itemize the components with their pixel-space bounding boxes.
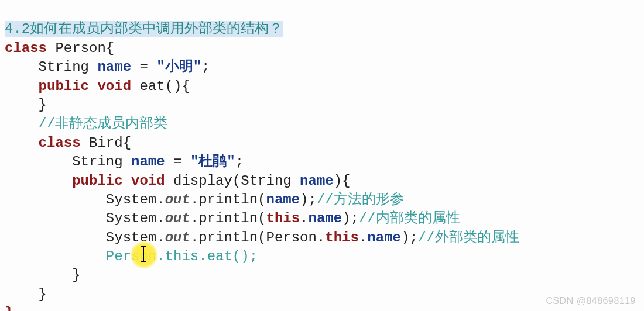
system-out: out <box>165 210 190 226</box>
keyword-public-void: public void <box>72 173 173 189</box>
system-out: out <box>165 192 190 208</box>
string-literal: "杜鹃" <box>190 154 235 170</box>
keyword-this: this <box>325 230 359 246</box>
comment-call: Person.this.eat(); <box>106 248 258 264</box>
comment: //内部类的属性 <box>359 210 460 226</box>
comment: //外部类的属性 <box>418 230 519 246</box>
field-name: name <box>131 154 165 170</box>
string-literal: "小明" <box>156 59 201 75</box>
keyword-class: class <box>5 40 55 56</box>
keyword-public-void: public void <box>39 78 140 94</box>
comment: //非静态成员内部类 <box>39 116 168 132</box>
system-out: out <box>165 230 190 246</box>
section-heading: 4.2如何在成员内部类中调用外部类的结构？ <box>5 21 283 37</box>
comment: //方法的形参 <box>317 192 404 208</box>
watermark: CSDN @848698119 <box>546 295 636 307</box>
param-name: name <box>300 173 334 189</box>
field-name: name <box>97 59 131 75</box>
keyword-class: class <box>39 135 89 151</box>
keyword-this: this <box>266 210 300 226</box>
code-block: 4.2如何在成员内部类中调用外部类的结构？ class Person{ Stri… <box>0 0 644 311</box>
